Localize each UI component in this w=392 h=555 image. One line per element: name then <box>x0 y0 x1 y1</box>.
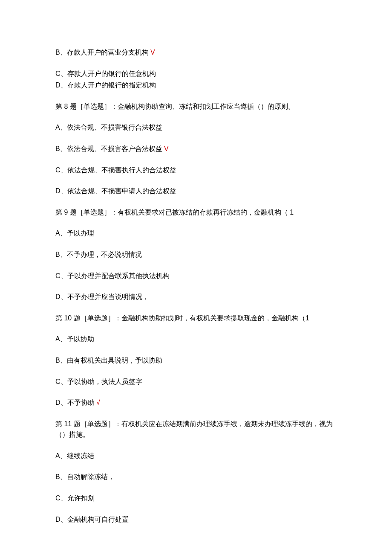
q7-option-c: C、存款人开户的银行的任意机构 <box>55 68 337 79</box>
q8-option-b: B、依法合规、不损害客户合法权益 V <box>55 143 337 154</box>
question-text: 第 10 题［单选题］：金融机构协助扣划时，有权机关要求提取现金的，金融机构（1 <box>55 314 309 322</box>
option-letter: D、 <box>55 399 67 406</box>
q9-option-a: A、予以办理 <box>55 228 337 239</box>
option-text: 自动解除冻结， <box>67 473 115 480</box>
question-text: 第 9 题［单选题］：有权机关要求对已被冻结的存款再行冻结的，金融机构（ 1 <box>55 209 294 216</box>
option-letter: D、 <box>55 81 67 89</box>
option-text: 予以办理 <box>67 230 94 237</box>
option-letter: A、 <box>55 452 67 459</box>
option-text: 存款人开户的银行的指定机构 <box>67 81 156 89</box>
option-text: 不予办理并应当说明情况， <box>67 293 149 300</box>
option-text: 金融机构可自行处置 <box>67 516 129 523</box>
option-letter: A、 <box>55 335 67 343</box>
q11-option-a: A、继续冻结 <box>55 450 337 462</box>
option-letter: B、 <box>55 357 67 364</box>
q11-option-d: D、金融机构可自行处置 <box>55 514 337 525</box>
option-text: 不予办理，不必说明情况 <box>67 251 142 258</box>
q7-option-d: D、存款人开户的银行的指定机构 <box>55 80 337 91</box>
option-letter: C、 <box>55 494 67 502</box>
q9-stem: 第 9 题［单选题］：有权机关要求对已被冻结的存款再行冻结的，金融机构（ 1 <box>55 207 337 218</box>
option-letter: B、 <box>55 145 67 152</box>
correct-mark: V <box>162 145 169 152</box>
option-text: 存款人开户的营业分支机构 <box>67 49 149 56</box>
q7-option-b: B、存款人开户的营业分支机构 V <box>55 47 337 58</box>
option-letter: D、 <box>55 516 67 523</box>
question-text: 第 11 题［单选题］：有权机关应在冻结期满前办理续冻手续，逾期未办理续冻手续的… <box>55 420 333 439</box>
option-text: 依法合规、不损害银行合法权益 <box>67 124 162 131</box>
option-text: 依法合规、不损害执行人的合法权益 <box>67 166 176 174</box>
option-letter: B、 <box>55 473 67 480</box>
q11-stem: 第 11 题［单选题］：有权机关应在冻结期满前办理续冻手续，逾期未办理续冻手续的… <box>55 418 337 440</box>
option-text: 不予协助 <box>67 399 95 406</box>
correct-mark: √ <box>95 399 100 406</box>
option-letter: C、 <box>55 166 67 174</box>
option-text: 依法合规、不损害客户合法权益 <box>67 145 162 152</box>
option-letter: C、 <box>55 272 67 279</box>
q10-option-c: C、予以协助，执法人员签字 <box>55 376 337 387</box>
question-text: 第 8 题［单选题］：金融机构协助查询、冻结和扣划工作应当遵循（）的原则。 <box>55 103 295 110</box>
option-text: 存款人开户的银行的任意机构 <box>67 70 156 77</box>
option-text: 予以办理并配合联系其他执法机构 <box>67 272 170 279</box>
option-letter: B、 <box>55 251 67 258</box>
q9-option-d: D、不予办理并应当说明情况， <box>55 291 337 302</box>
option-letter: A、 <box>55 230 67 237</box>
q8-option-c: C、依法合规、不损害执行人的合法权益 <box>55 165 337 176</box>
option-text: 予以协助 <box>67 335 94 343</box>
q10-stem: 第 10 题［单选题］：金融机构协助扣划时，有权机关要求提取现金的，金融机构（1 <box>55 313 337 324</box>
option-letter: A、 <box>55 124 67 131</box>
q8-stem: 第 8 题［单选题］：金融机构协助查询、冻结和扣划工作应当遵循（）的原则。 <box>55 101 337 112</box>
option-letter: C、 <box>55 70 67 77</box>
q8-option-d: D、依法合规、不损害申请人的合法权益 <box>55 186 337 197</box>
option-text: 予以协助，执法人员签字 <box>67 378 142 385</box>
option-letter: C、 <box>55 378 67 385</box>
option-letter: B、 <box>55 49 67 56</box>
q10-option-a: A、予以协助 <box>55 334 337 345</box>
q8-option-a: A、依法合规、不损害银行合法权益 <box>55 122 337 133</box>
correct-mark: V <box>149 49 155 56</box>
option-text: 由有权机关出具说明，予以协助 <box>67 357 162 364</box>
q11-option-b: B、自动解除冻结， <box>55 471 337 482</box>
q9-option-c: C、予以办理并配合联系其他执法机构 <box>55 270 337 282</box>
q10-option-b: B、由有权机关出具说明，予以协助 <box>55 355 337 366</box>
option-text: 继续冻结 <box>67 452 94 459</box>
q10-option-d: D、不予协助 √ <box>55 397 337 408</box>
option-letter: D、 <box>55 187 67 195</box>
option-text: 依法合规、不损害申请人的合法权益 <box>67 187 176 195</box>
q9-option-b: B、不予办理，不必说明情况 <box>55 249 337 260</box>
option-letter: D、 <box>55 293 67 300</box>
option-text: 允许扣划 <box>67 494 95 502</box>
q11-option-c: C、允许扣划 <box>55 493 337 504</box>
